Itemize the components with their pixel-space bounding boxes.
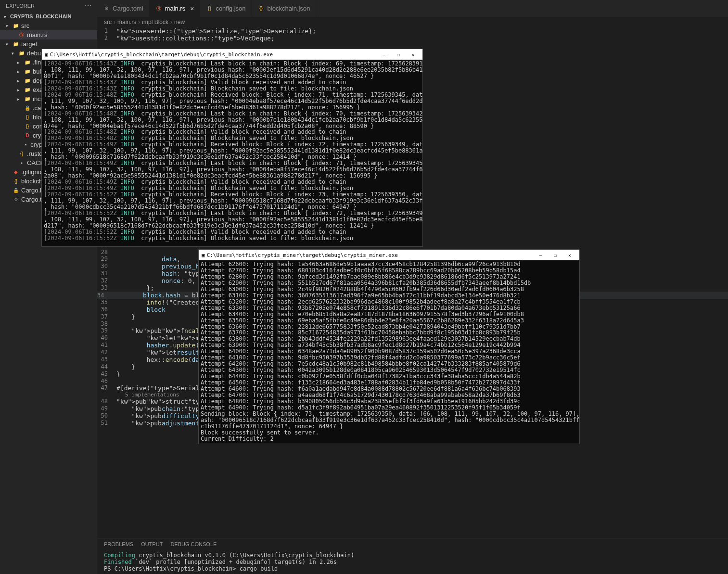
tree-item-target[interactable]: ▾📁target bbox=[0, 39, 97, 49]
terminal-miner[interactable]: ▣ C:\Users\Hotfix\cryptis_miner\target\d… bbox=[198, 249, 580, 444]
maximize-icon[interactable]: ☐ bbox=[549, 251, 562, 259]
breadcrumb[interactable]: src›main.rs›impl Block›new bbox=[97, 17, 728, 27]
terminal-icon: ▣ bbox=[45, 51, 48, 58]
breadcrumb-segment[interactable]: main.rs bbox=[117, 19, 136, 26]
panel-tab-output[interactable]: OUTPUT bbox=[141, 541, 163, 547]
tree-item-main-rs[interactable]: Ⓡmain.rs bbox=[0, 30, 97, 39]
maximize-icon[interactable]: ☐ bbox=[392, 50, 405, 59]
panel-tabs: PROBLEMSOUTPUTDEBUG CONSOLE bbox=[97, 538, 728, 550]
breadcrumb-segment[interactable]: impl Block bbox=[142, 19, 168, 26]
terminal-titlebar[interactable]: ▣ C:\Users\Hotfix\cryptis_blockchain\tar… bbox=[42, 49, 422, 60]
project-name[interactable]: ▾ CRYPTIS_BLOCKCHAIN bbox=[0, 12, 97, 21]
panel-tab-debug console[interactable]: DEBUG CONSOLE bbox=[170, 541, 217, 547]
close-icon[interactable]: ✕ bbox=[563, 251, 576, 259]
terminal-title: C:\Users\Hotfix\cryptis_miner\target\deb… bbox=[207, 252, 398, 258]
tab-config-json[interactable]: {}config.json bbox=[200, 0, 252, 17]
breadcrumb-segment[interactable]: src bbox=[104, 19, 112, 26]
terminal-title: C:\Users\Hotfix\cryptis_blockchain\targe… bbox=[50, 51, 273, 58]
tab-cargo-toml[interactable]: ⚙Cargo.toml bbox=[97, 0, 150, 17]
bottom-panel: PROBLEMSOUTPUTDEBUG CONSOLE Compiling cr… bbox=[97, 538, 728, 574]
explorer-more-icon[interactable]: ⋯ bbox=[85, 2, 91, 10]
panel-tab-problems[interactable]: PROBLEMS bbox=[104, 541, 133, 547]
minimize-icon[interactable]: — bbox=[534, 251, 548, 259]
explorer-header: EXPLORER ⋯ bbox=[0, 0, 97, 12]
minimize-icon[interactable]: — bbox=[377, 50, 391, 59]
tab-close-icon[interactable]: × bbox=[190, 5, 194, 13]
terminal-content[interactable]: Attempt 62600: Trying hash: 1a54663a686d… bbox=[199, 260, 579, 443]
terminal-icon: ▣ bbox=[202, 252, 205, 258]
tree-item-src[interactable]: ▾📁src bbox=[0, 21, 97, 30]
terminal-titlebar[interactable]: ▣ C:\Users\Hotfix\cryptis_miner\target\d… bbox=[199, 250, 579, 260]
explorer-title: EXPLORER bbox=[6, 3, 35, 9]
tab-main-rs[interactable]: Ⓡmain.rs× bbox=[150, 0, 201, 17]
close-icon[interactable]: ✕ bbox=[406, 50, 420, 59]
terminal-output[interactable]: Compiling cryptis_blockchain v0.1.0 (C:\… bbox=[97, 550, 728, 574]
editor-tabs: ⚙Cargo.tomlⓇmain.rs×{}config.json{}block… bbox=[97, 0, 728, 17]
tab-blockchain-json[interactable]: {}blockchain.json bbox=[252, 0, 317, 17]
terminal-blockchain[interactable]: ▣ C:\Users\Hotfix\cryptis_blockchain\tar… bbox=[41, 49, 423, 247]
terminal-content[interactable]: [2024-09-06T16:15:43Z INFO cryptis_block… bbox=[42, 60, 422, 242]
breadcrumb-segment[interactable]: new bbox=[174, 19, 185, 26]
